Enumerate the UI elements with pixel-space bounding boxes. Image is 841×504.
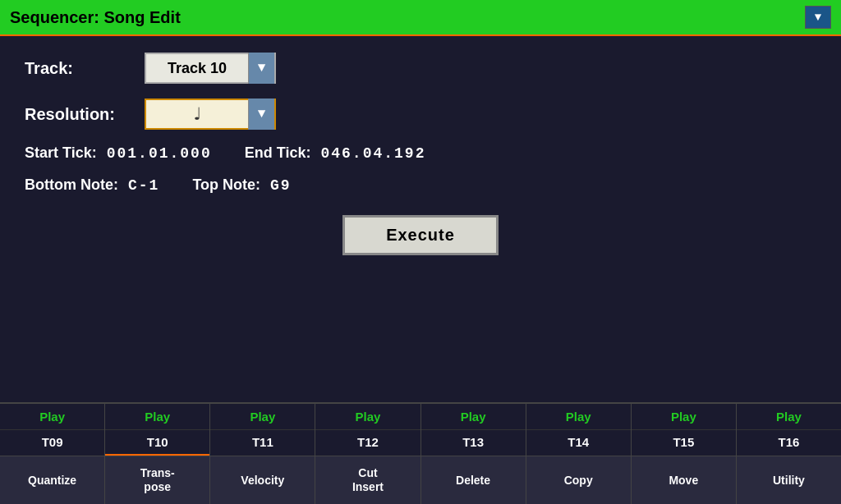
- tick-row: Start Tick: 001.01.000 End Tick: 046.04.…: [25, 144, 816, 162]
- track-dropdown-arrow[interactable]: ▼: [248, 53, 274, 84]
- track-col-t14: PlayT14: [526, 404, 632, 456]
- track-label-t12: T12: [315, 430, 420, 454]
- resolution-row: Resolution: ♩ ▼: [25, 99, 816, 130]
- execute-container: Execute: [25, 215, 816, 255]
- function-button-transpose[interactable]: Trans-pose: [105, 456, 210, 504]
- end-tick-label: End Tick:: [245, 144, 311, 162]
- resolution-dropdown-arrow[interactable]: ▼: [248, 99, 274, 130]
- app-container: Sequencer: Song Edit ▼ Track: Track 10 ▼…: [0, 0, 841, 504]
- track-label-t13: T13: [421, 430, 526, 454]
- play-button-t16[interactable]: Play: [737, 404, 841, 430]
- title-bar: Sequencer: Song Edit ▼: [0, 0, 841, 36]
- start-tick-pair: Start Tick: 001.01.000: [25, 144, 212, 162]
- track-col-t13: PlayT13: [421, 404, 526, 456]
- top-note-pair: Top Note: G9: [192, 176, 291, 194]
- track-col-t09: PlayT09: [0, 404, 105, 456]
- start-tick-label: Start Tick:: [25, 144, 97, 162]
- play-button-t11[interactable]: Play: [210, 404, 315, 430]
- execute-button[interactable]: Execute: [342, 215, 499, 255]
- function-buttons-row: QuantizeTrans-poseVelocityCutInsertDelet…: [0, 456, 841, 504]
- play-button-t12[interactable]: Play: [315, 404, 420, 430]
- end-tick-pair: End Tick: 046.04.192: [245, 144, 426, 162]
- top-note-value: G9: [270, 177, 292, 194]
- function-button-utility[interactable]: Utility: [737, 456, 841, 504]
- main-content: Track: Track 10 ▼ Resolution: ♩ ▼ Start …: [0, 36, 841, 402]
- top-note-label: Top Note:: [192, 176, 260, 194]
- resolution-dropdown[interactable]: ♩ ▼: [145, 99, 276, 130]
- track-col-t16: PlayT16: [737, 404, 841, 456]
- track-label-t16: T16: [737, 430, 841, 454]
- end-tick-value: 046.04.192: [320, 145, 425, 162]
- track-label-t10: T10: [105, 430, 209, 456]
- function-button-move[interactable]: Move: [632, 456, 737, 504]
- track-col-t10: PlayT10: [105, 404, 210, 456]
- track-col-t12: PlayT12: [315, 404, 420, 456]
- track-value: Track 10: [146, 60, 248, 77]
- note-row: Bottom Note: C-1 Top Note: G9: [25, 176, 816, 194]
- bottom-note-value: C-1: [128, 177, 159, 194]
- bottom-note-label: Bottom Note:: [25, 176, 118, 194]
- track-buttons-row: PlayT09PlayT10PlayT11PlayT12PlayT13PlayT…: [0, 404, 841, 456]
- title-text: Sequencer: Song Edit: [10, 8, 181, 27]
- bottom-section: PlayT09PlayT10PlayT11PlayT12PlayT13PlayT…: [0, 402, 841, 504]
- play-button-t09[interactable]: Play: [0, 404, 104, 430]
- function-button-quantize[interactable]: Quantize: [0, 456, 105, 504]
- track-label-t09: T09: [0, 430, 104, 454]
- function-button-copy[interactable]: Copy: [526, 456, 632, 504]
- function-button-delete[interactable]: Delete: [421, 456, 526, 504]
- track-label: Track:: [25, 59, 131, 78]
- start-tick-value: 001.01.000: [107, 145, 212, 162]
- play-button-t13[interactable]: Play: [421, 404, 526, 430]
- track-label-t15: T15: [632, 430, 736, 454]
- resolution-label: Resolution:: [25, 105, 131, 124]
- track-col-t11: PlayT11: [210, 404, 315, 456]
- function-button-velocity[interactable]: Velocity: [210, 456, 315, 504]
- title-dropdown-btn[interactable]: ▼: [805, 6, 831, 29]
- track-label-t14: T14: [526, 430, 631, 454]
- play-button-t14[interactable]: Play: [526, 404, 631, 430]
- track-row: Track: Track 10 ▼: [25, 53, 816, 84]
- bottom-note-pair: Bottom Note: C-1: [25, 176, 159, 194]
- play-button-t10[interactable]: Play: [105, 404, 209, 430]
- track-dropdown[interactable]: Track 10 ▼: [145, 53, 276, 84]
- track-col-t15: PlayT15: [632, 404, 737, 456]
- resolution-icon: ♩: [146, 103, 248, 126]
- track-label-t11: T11: [210, 430, 315, 454]
- play-button-t15[interactable]: Play: [632, 404, 736, 430]
- function-button-cutinsert[interactable]: CutInsert: [315, 456, 420, 504]
